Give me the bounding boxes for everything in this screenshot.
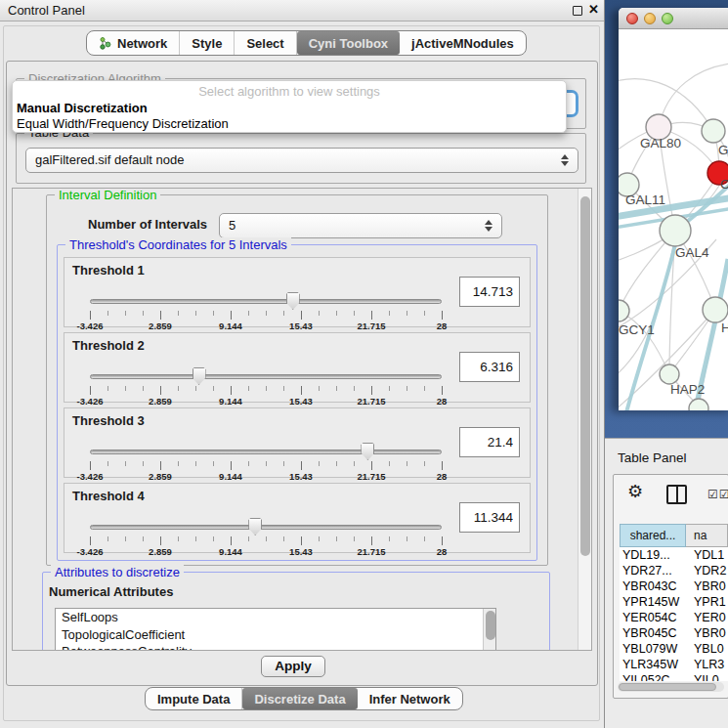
slider-ticks xyxy=(90,386,442,396)
cell-shared-name: YBL079W xyxy=(620,641,686,657)
network-node[interactable] xyxy=(702,119,725,143)
threshold-value-input[interactable] xyxy=(459,352,520,382)
node-table: shared... na YDL19...YDL1YDR27...YDR2YBR… xyxy=(620,524,728,681)
thresholds-group-title: Threshold's Coordinates for 5 Intervals xyxy=(65,237,291,252)
threshold-slider[interactable]: -3.4262.8599.14415.4321.71528 xyxy=(90,438,442,479)
table-data-combobox[interactable]: galFiltered.sif default node xyxy=(25,148,578,173)
table-panel-body: ⚙ ☑☑ shared... na YDL19...YDL1YDR27...YD… xyxy=(613,474,728,699)
split-table-icon[interactable] xyxy=(666,485,687,504)
node-label: H xyxy=(721,321,728,335)
slider-ticks xyxy=(90,461,442,471)
algorithm-dropdown-list: Select algorithm to view settings Manual… xyxy=(12,80,567,133)
cell-name: YBL0 xyxy=(686,641,728,657)
slider-track[interactable] xyxy=(90,450,442,454)
column-header-name[interactable]: na xyxy=(686,524,728,547)
table-row[interactable]: YLR345WYLR3 xyxy=(620,657,728,672)
threshold-label: Threshold 4 xyxy=(72,489,145,503)
network-node[interactable] xyxy=(619,300,629,321)
table-row[interactable]: YER054CYER0 xyxy=(620,610,728,625)
number-of-intervals-combobox[interactable]: 5 xyxy=(219,213,502,238)
table-horizontal-scrollbar[interactable] xyxy=(618,682,724,692)
threshold-value-input[interactable] xyxy=(459,277,520,307)
tab-impute-data[interactable]: Impute Data xyxy=(146,688,242,709)
table-row[interactable]: YDR27...YDR2 xyxy=(620,563,728,578)
network-canvas[interactable]: GAL80 GA C GAL11 GAL4 GCY1 H HAP2 xyxy=(619,29,728,410)
attributes-group-title: Attributes to discretize xyxy=(51,565,184,579)
settings-scroll-area: Interval Definition Number of Intervals … xyxy=(12,188,592,651)
node-label: GCY1 xyxy=(619,322,655,337)
threshold-slider[interactable]: -3.4262.8599.14415.4321.71528 xyxy=(90,363,442,404)
table-scrollbar-thumb[interactable] xyxy=(619,683,716,691)
network-node[interactable] xyxy=(660,215,691,246)
slider-track[interactable] xyxy=(90,525,442,530)
float-window-icon[interactable] xyxy=(573,6,582,16)
attribute-item-selfloops[interactable]: SelfLoops xyxy=(56,609,495,626)
table-row[interactable]: YPR145WYPR1 xyxy=(620,594,728,610)
tab-discretize-data[interactable]: Discretize Data xyxy=(242,688,357,709)
list-scrollbar[interactable] xyxy=(483,609,495,651)
table-panel-title: Table Panel xyxy=(618,450,687,465)
slider-ticks xyxy=(90,536,442,546)
cell-shared-name: YBR043C xyxy=(620,578,686,594)
numerical-attributes-list[interactable]: SelfLoopsTopologicalCoefficientBetweenne… xyxy=(55,608,496,651)
slider-thumb[interactable] xyxy=(361,443,374,460)
window-zoom-button[interactable] xyxy=(662,13,673,24)
attributes-group: Attributes to discretize Numerical Attri… xyxy=(42,572,550,651)
threshold-row-2: Threshold 2-3.4262.8599.14415.4321.71528 xyxy=(64,332,531,403)
cell-name: YIL0 xyxy=(686,672,728,681)
slider-thumb[interactable] xyxy=(193,367,206,385)
settings-scrollbar-thumb[interactable] xyxy=(580,196,590,556)
window-close-button[interactable] xyxy=(626,13,638,24)
table-row[interactable]: YDL19...YDL1 xyxy=(620,547,728,563)
slider-track[interactable] xyxy=(90,374,442,379)
tab-infer-network[interactable]: Infer Network xyxy=(358,688,462,709)
algorithm-option-equal-width-frequency-discretization[interactable]: Equal Width/Frequency Discretization xyxy=(13,116,566,132)
node-label: GAL4 xyxy=(675,245,709,260)
interval-definition-title: Interval Definition xyxy=(55,188,160,202)
network-node[interactable] xyxy=(660,364,679,384)
network-window[interactable]: GAL80 GA C GAL11 GAL4 GCY1 H HAP2 xyxy=(619,8,728,410)
table-data-value: galFiltered.sif default node xyxy=(35,152,184,167)
settings-scrollbar[interactable] xyxy=(578,189,591,650)
attribute-item-betweennesscentrality[interactable]: BetweennessCentrality xyxy=(56,643,495,651)
network-node[interactable] xyxy=(703,297,728,322)
slider-track[interactable] xyxy=(90,299,442,304)
panel-title: Control Panel xyxy=(8,3,85,18)
algorithm-option-manual-discretization[interactable]: Manual Discretization xyxy=(13,101,566,116)
apply-button[interactable]: Apply xyxy=(261,656,325,677)
list-scrollbar-thumb[interactable] xyxy=(486,611,495,640)
combo-stepper-icon xyxy=(485,220,492,232)
threshold-label: Threshold 3 xyxy=(72,413,145,428)
table-row[interactable]: YIL052CYIL0 xyxy=(620,672,728,681)
slider-thumb[interactable] xyxy=(248,518,262,535)
table-row[interactable]: YBR043CYBR0 xyxy=(620,578,728,594)
threshold-slider[interactable]: -3.4262.8599.14415.4321.71528 xyxy=(90,287,442,328)
threshold-value-input[interactable] xyxy=(459,427,520,457)
network-window-titlebar[interactable] xyxy=(619,8,728,29)
column-header-shared[interactable]: shared... xyxy=(620,524,686,547)
number-of-intervals-label: Number of Intervals xyxy=(88,217,207,232)
window-minimize-button[interactable] xyxy=(644,13,656,24)
node-label: GAL11 xyxy=(625,193,665,207)
network-node[interactable] xyxy=(689,399,708,410)
table-header-row: shared... na xyxy=(620,524,728,547)
cell-shared-name: YLR345W xyxy=(620,657,686,672)
table-row[interactable]: YBR045CYBR0 xyxy=(620,625,728,641)
threshold-slider[interactable]: -3.4262.8599.14415.4321.71528 xyxy=(90,513,442,554)
gear-icon[interactable]: ⚙ xyxy=(627,481,643,502)
right-column: GAL80 GA C GAL11 GAL4 GCY1 H HAP2 Table … xyxy=(604,0,728,728)
table-row[interactable]: YBL079WYBL0 xyxy=(620,641,728,657)
node-label: C xyxy=(720,177,728,192)
close-icon[interactable]: ✕ xyxy=(588,2,599,17)
threshold-value-input[interactable] xyxy=(459,502,520,533)
cell-name: YBR0 xyxy=(686,578,728,594)
attribute-item-topologicalcoefficient[interactable]: TopologicalCoefficient xyxy=(56,626,495,644)
tab-label: Infer Network xyxy=(369,692,450,707)
network-desktop: GAL80 GA C GAL11 GAL4 GCY1 H HAP2 xyxy=(605,0,728,438)
slider-thumb[interactable] xyxy=(286,292,300,310)
control-panel-titlebar: Control Panel ✕ xyxy=(0,0,604,21)
cell-shared-name: YIL052C xyxy=(620,672,686,681)
slider-tick-labels: -3.4262.8599.14415.4321.71528 xyxy=(90,546,442,558)
interval-definition-group: Interval Definition Number of Intervals … xyxy=(46,194,548,566)
column-checkboxes-icon[interactable]: ☑☑ xyxy=(707,488,728,501)
